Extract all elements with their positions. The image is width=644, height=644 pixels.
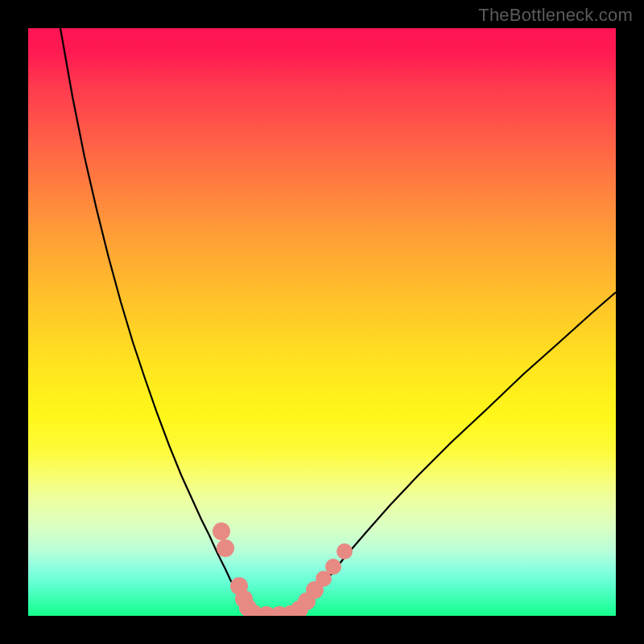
- chart-frame: TheBottleneck.com: [0, 0, 644, 644]
- data-markers: [213, 522, 353, 616]
- right-curve-path: [295, 292, 616, 614]
- plot-area: [28, 28, 616, 616]
- data-marker: [325, 559, 341, 575]
- watermark-text: TheBottleneck.com: [478, 5, 633, 26]
- data-marker: [217, 539, 234, 557]
- data-marker: [213, 522, 230, 540]
- data-marker: [336, 543, 353, 559]
- curve-layer: [28, 28, 616, 616]
